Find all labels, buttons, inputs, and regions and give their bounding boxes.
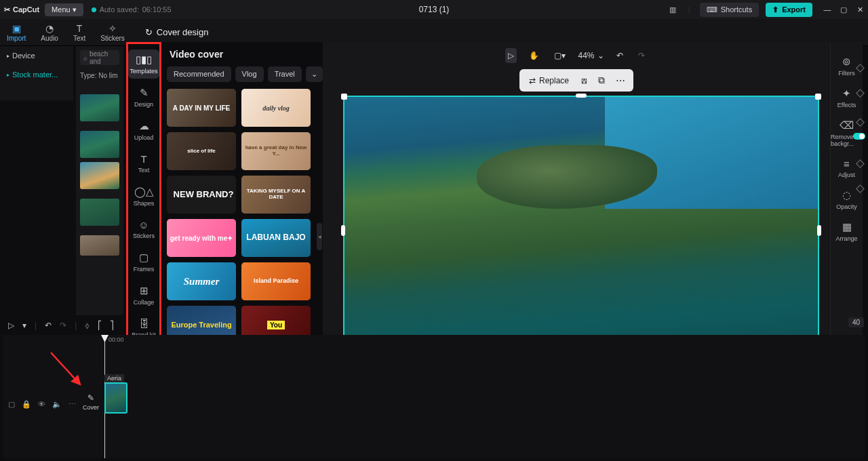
- redo-button[interactable]: ↷: [635, 48, 648, 63]
- template-item[interactable]: NEW BRAND?: [167, 176, 236, 214]
- timeline-clip[interactable]: [104, 382, 127, 414]
- template-item[interactable]: get ready with me✦: [167, 219, 236, 257]
- prop-arrange[interactable]: ▦Arrange: [835, 221, 857, 242]
- tl-sound-icon[interactable]: 🔈: [52, 400, 62, 409]
- keyframe-diamond[interactable]: [856, 159, 865, 168]
- tab-stickers[interactable]: ✧Stickers: [100, 23, 125, 42]
- divider: |: [686, 4, 693, 15]
- zoom-display[interactable]: 44% ⌄: [578, 51, 604, 60]
- template-item[interactable]: Island Paradise: [241, 262, 311, 300]
- sliders-icon: ≡: [844, 158, 850, 169]
- trim-left-tool[interactable]: ⎡: [98, 321, 102, 330]
- design-icon: ✎: [140, 87, 149, 99]
- resize-handle[interactable]: [817, 225, 821, 236]
- keyframe-diamond[interactable]: [856, 64, 865, 73]
- cat-templates[interactable]: ▯▮▯Templates: [128, 49, 159, 79]
- cover-chip[interactable]: ✎Cover: [81, 393, 100, 411]
- tl-mute-icon[interactable]: ▢: [8, 400, 15, 409]
- timeline[interactable]: 00:00 Aeria ✎Cover ▢ 🔒 👁 🔈 ⋯: [3, 335, 865, 458]
- type-filter[interactable]: Type: No lim: [80, 69, 119, 82]
- stock-thumb[interactable]: [80, 162, 119, 189]
- templates-icon: ▯▮▯: [136, 54, 152, 66]
- cat-stickers[interactable]: ☺Stickers: [128, 215, 159, 243]
- cat-frames[interactable]: ▢Frames: [128, 247, 159, 277]
- cat-design[interactable]: ✎Design: [128, 83, 159, 112]
- cat-upload[interactable]: ☁Upload: [128, 116, 159, 145]
- template-item[interactable]: TAKING MYSELF ON A DATE: [241, 176, 311, 214]
- redo-button[interactable]: ↷: [60, 321, 66, 330]
- tl-more-icon[interactable]: ⋯: [68, 400, 76, 409]
- shortcuts-button[interactable]: ⌨ Shortcuts: [700, 3, 759, 17]
- pointer-tool[interactable]: ▷: [8, 321, 14, 330]
- nav-device[interactable]: ▸Device: [0, 46, 73, 65]
- frame-icon: ▢: [139, 252, 149, 264]
- import-icon: ▣: [12, 23, 21, 34]
- resize-handle[interactable]: [576, 94, 587, 98]
- stock-thumb[interactable]: [80, 199, 119, 226]
- maximize-button[interactable]: ▢: [840, 5, 848, 14]
- cat-collage[interactable]: ⊞Collage: [128, 281, 159, 310]
- sticker-icon: ✧: [108, 23, 117, 34]
- resize-handle[interactable]: [341, 94, 347, 100]
- select-tool[interactable]: ▷: [505, 48, 517, 63]
- nav-stock-materials[interactable]: ▸Stock mater...: [0, 65, 73, 84]
- resize-handle[interactable]: [815, 94, 821, 100]
- tool-dropdown[interactable]: ▾: [22, 321, 26, 330]
- crop-tool[interactable]: ▢▾: [551, 48, 568, 63]
- keyframe-diamond[interactable]: [856, 89, 865, 98]
- layout-icon[interactable]: ▥: [667, 4, 679, 16]
- tab-text[interactable]: TText: [73, 23, 85, 42]
- replace-button[interactable]: ⇄Replace: [524, 73, 574, 88]
- filter-recommended[interactable]: Recommended: [167, 66, 231, 82]
- chevron-right-icon: ▸: [7, 72, 9, 78]
- keyframe-diamond[interactable]: [856, 184, 865, 193]
- replace-icon: ⇄: [529, 76, 536, 85]
- grid-icon: ⊞: [140, 285, 149, 297]
- cat-text[interactable]: TText: [128, 149, 159, 178]
- cat-shapes[interactable]: ◯△Shapes: [128, 182, 159, 211]
- duplicate-button[interactable]: ⧉: [594, 72, 609, 89]
- app-logo: ✂ CapCut: [4, 5, 39, 14]
- filter-travel[interactable]: Travel: [268, 66, 302, 82]
- shapes-icon: ◯△: [134, 186, 154, 198]
- crop-button[interactable]: ⟎: [577, 72, 591, 89]
- template-item[interactable]: LABUAN BAJO: [241, 219, 311, 257]
- chevron-down-icon: ▾: [73, 5, 77, 14]
- hand-tool[interactable]: ✋: [526, 48, 542, 63]
- collapse-handle[interactable]: ◂: [317, 223, 322, 250]
- tl-lock-icon[interactable]: 🔒: [22, 400, 31, 409]
- toggle-switch[interactable]: [853, 133, 865, 140]
- template-item[interactable]: slice of life: [167, 132, 236, 170]
- stock-thumb[interactable]: [80, 94, 119, 121]
- keyframe-diamond[interactable]: [856, 118, 865, 127]
- resize-handle[interactable]: [341, 225, 345, 236]
- tab-import[interactable]: ▣Import: [7, 23, 26, 42]
- split-tool[interactable]: ⎀: [85, 321, 90, 330]
- upload-icon: ⬆: [772, 5, 778, 14]
- minimize-button[interactable]: —: [823, 5, 831, 14]
- tl-eye-icon[interactable]: 👁: [38, 400, 45, 409]
- tab-audio[interactable]: ◔Audio: [41, 23, 58, 42]
- cover-design-heading: ↻Cover design: [145, 27, 209, 37]
- layers-icon: ▦: [842, 221, 852, 233]
- undo-button[interactable]: ↶: [45, 321, 52, 330]
- trim-right-tool[interactable]: ⎤: [110, 321, 114, 330]
- prop-opacity[interactable]: ◌Opacity: [836, 189, 857, 210]
- close-button[interactable]: ✕: [856, 5, 864, 14]
- filter-vlog[interactable]: Vlog: [235, 66, 264, 82]
- filters-icon: ⊚: [842, 56, 851, 68]
- keyboard-icon: ⌨: [707, 5, 717, 14]
- menu-button[interactable]: Menu ▾: [45, 3, 83, 16]
- undo-button[interactable]: ↶: [614, 48, 626, 63]
- template-item[interactable]: A DAY IN MY LIFE: [167, 89, 236, 127]
- more-button[interactable]: ⋯: [612, 73, 629, 89]
- stock-thumb[interactable]: [80, 131, 119, 158]
- stock-thumb[interactable]: [80, 235, 119, 256]
- template-item[interactable]: Summer: [167, 262, 236, 300]
- template-item[interactable]: have a great day in New Y...: [241, 132, 311, 170]
- export-button[interactable]: ⬆ Export: [766, 3, 812, 17]
- eraser-icon: ⌫: [840, 119, 854, 132]
- sparkle-icon: ✦: [842, 87, 851, 100]
- template-item[interactable]: daily vlog: [241, 89, 311, 127]
- search-input[interactable]: ⌕beach and: [80, 50, 119, 65]
